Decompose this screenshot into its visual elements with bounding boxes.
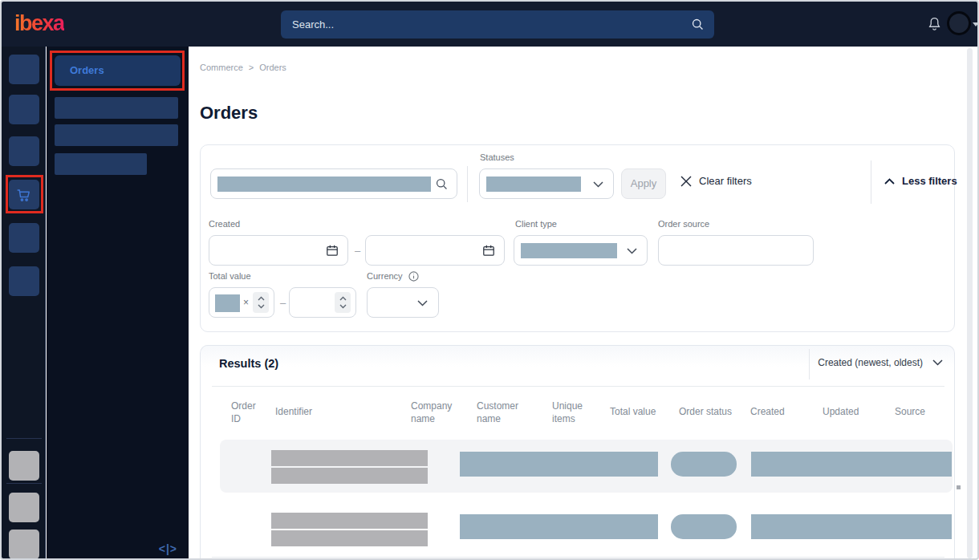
status-placeholder-pill [671,452,737,477]
sidebar-item-2[interactable] [9,95,39,124]
panel-collapse-icon[interactable]: <|> [159,542,177,555]
order-source-input[interactable] [658,235,814,266]
number-stepper[interactable] [253,292,269,313]
sidebar-item-3[interactable] [9,136,39,166]
sidebar-submenu: Orders <|> [47,47,189,560]
chevron-down-icon [932,359,943,366]
created-label: Created [209,219,240,229]
breadcrumb-separator: > [249,63,254,72]
multiply-icon: × [243,297,249,308]
sidebar-item-bottom-1[interactable] [9,451,39,481]
user-avatar[interactable] [947,11,971,35]
breadcrumb: Commerce>Orders [200,63,292,72]
client-type-label: Client type [515,219,557,229]
status-placeholder-pill [671,514,737,539]
filter-search-placeholder-block [217,177,431,192]
client-type-dropdown[interactable] [514,235,648,266]
created-from-input[interactable] [209,235,348,266]
clear-filters-button[interactable]: Clear filters [680,175,752,187]
dates-placeholder-block [751,514,952,539]
search-input[interactable] [292,10,677,39]
annotation-box-cart [6,175,43,213]
client-type-placeholder-block [521,243,617,258]
customer-placeholder-block [460,514,658,539]
breadcrumb-orders[interactable]: Orders [259,63,286,72]
statuses-dropdown[interactable] [479,168,614,199]
number-stepper[interactable] [335,292,351,313]
filter-divider [871,160,871,204]
range-dash: – [355,245,360,257]
col-company-name: Company name [411,400,459,425]
less-filters-toggle[interactable]: Less filters [884,175,957,187]
statuses-placeholder-block [486,177,581,192]
filter-search-input[interactable] [210,168,457,199]
clear-filters-label: Clear filters [699,175,752,187]
total-value-max-input[interactable] [289,287,356,318]
global-search[interactable] [281,10,714,39]
results-header-divider [212,386,944,387]
identifier-placeholder-block [271,468,428,484]
ibexa-logo[interactable]: ibexa [14,11,64,36]
annotation-box-orders [50,51,185,91]
total-value-min-input[interactable]: × [209,287,274,318]
sidebar-item-1[interactable] [9,55,39,84]
col-source: Source [895,406,925,419]
chevron-up-icon [884,178,895,185]
scrollbar-thumb-dot[interactable] [957,485,961,489]
total-value-label: Total value [209,271,251,281]
order-source-label: Order source [658,219,709,229]
identifier-placeholder-block [271,513,428,529]
col-unique-items: Unique items [552,400,589,425]
sidebar-submenu-item-3[interactable] [55,124,178,146]
sort-value: Created (newest, oldest) [818,357,923,368]
page-title: Orders [200,103,258,124]
created-to-input[interactable] [365,235,505,266]
col-identifier: Identifier [275,406,312,419]
identifier-placeholder-block [271,450,428,466]
filter-divider [467,166,468,202]
sidebar-item-6[interactable] [9,266,39,296]
results-title: Results (2) [219,357,278,370]
sidebar-item-bottom-2[interactable] [9,493,39,522]
sidebar-item-5[interactable] [9,223,39,253]
calendar-icon[interactable] [482,244,495,257]
sort-dropdown[interactable]: Created (newest, oldest) [818,357,943,368]
row-divider [212,557,944,558]
info-icon[interactable] [408,271,419,282]
results-panel: Results (2) Created (newest, oldest) Ord… [200,345,955,560]
table-row[interactable] [220,502,953,555]
identifier-placeholder-block [271,530,428,546]
col-order-status: Order status [679,406,732,419]
clear-x-icon [680,176,692,187]
col-updated: Updated [823,406,859,419]
col-order-id: Order ID [231,400,263,425]
breadcrumb-commerce[interactable]: Commerce [200,63,243,72]
customer-placeholder-block [460,452,658,477]
app-window: ibexa [0,0,979,560]
vertical-scrollbar[interactable] [967,48,973,558]
sidebar-item-bottom-3[interactable] [9,530,39,559]
less-filters-label: Less filters [902,175,957,187]
chevron-down-icon [417,300,428,306]
sort-divider [809,349,810,379]
search-icon[interactable] [691,18,705,31]
apply-button[interactable]: Apply [621,168,666,199]
total-value-placeholder-block [215,294,240,312]
currency-label-text: Currency [367,271,403,281]
currency-label: Currency [367,271,419,282]
chevron-down-icon [627,248,637,254]
col-total-value: Total value [610,406,656,419]
sidebar-submenu-item-4[interactable] [55,153,147,175]
statuses-label: Statuses [480,152,514,162]
search-icon[interactable] [435,177,449,191]
range-dash: – [280,297,286,309]
sidebar-submenu-item-2[interactable] [55,97,178,119]
calendar-icon[interactable] [326,244,339,257]
user-menu-caret-icon[interactable] [973,22,979,26]
rail-divider [6,438,42,439]
currency-dropdown[interactable] [367,287,439,318]
table-row[interactable] [220,440,953,493]
sidebar-icon-rail [2,47,46,560]
notifications-bell-icon[interactable] [927,16,942,33]
rail-divider [6,483,42,484]
